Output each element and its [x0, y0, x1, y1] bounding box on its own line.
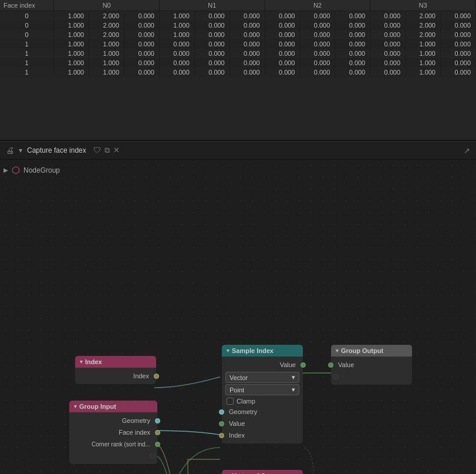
node-group-output-header[interactable]: ▾ Group Output: [331, 345, 412, 357]
face-index-label: Face index: [69, 429, 155, 436]
node-group-input-body: Geometry Face index Corner rank (sort in…: [69, 412, 157, 464]
go-value-input-socket[interactable]: [328, 362, 333, 368]
go-value-row: Value: [331, 359, 412, 371]
go-extra-row: [331, 371, 412, 382]
si-index-label: Index: [224, 432, 303, 439]
node-sample-index-body: Value Vector ▾ Point ▾ Clamp Geometry: [222, 357, 303, 443]
collapse-icon[interactable]: ▾: [80, 359, 83, 365]
corner-rank-label: Corner rank (sort ind...: [69, 441, 155, 448]
data-table: Face index N0 N1 N2 N3 01.0002.0000.0001…: [0, 0, 476, 141]
node-vertex-of-corner-header[interactable]: ▾ Vertex of Corner: [222, 470, 303, 474]
collapse-icon[interactable]: ▾: [336, 348, 339, 354]
si-value-input-socket[interactable]: [219, 421, 224, 426]
pin-icon[interactable]: ↗: [464, 146, 470, 155]
vector-dropdown[interactable]: Vector ▾: [225, 372, 299, 383]
col-n2: N2: [265, 0, 370, 11]
clamp-checkbox[interactable]: [227, 398, 234, 405]
clamp-label: Clamp: [237, 398, 255, 405]
node-index-body: Index: [75, 368, 156, 384]
si-index-row: Index: [222, 429, 303, 441]
vector-dropdown-label: Vector: [229, 374, 248, 381]
si-index-input-socket[interactable]: [219, 433, 224, 438]
nodegroup-label: ▶ ⬡ NodeGroup: [4, 164, 60, 176]
go-value-label: Value: [333, 361, 412, 368]
print-icon: 🖨: [6, 146, 14, 155]
table-row: 11.0001.0000.0000.0000.0000.0000.0000.00…: [0, 58, 476, 68]
node-vertex-of-corner: ▾ Vertex of Corner Vertex Index Corner I…: [222, 470, 303, 474]
si-value-output-socket[interactable]: [301, 362, 306, 368]
table-row: 11.0001.0000.0000.0000.0000.0000.0000.00…: [0, 49, 476, 58]
node-group-output: ▾ Group Output Value: [331, 345, 412, 385]
face-index-output-row: Face index: [69, 426, 157, 438]
node-group-input-title: Group Input: [79, 403, 116, 410]
collapse-icon[interactable]: ▾: [74, 404, 77, 409]
node-editor: ▶ ⬡ NodeGroup ▾ Index Index ▾ Group Inpu…: [0, 160, 476, 474]
clamp-row: Clamp: [222, 396, 303, 406]
col-n0: N0: [54, 0, 160, 11]
expand-arrow[interactable]: ▶: [4, 167, 8, 173]
col-n1: N1: [159, 0, 265, 11]
vector-dropdown-arrow: ▾: [292, 374, 295, 381]
nodegroup-title: NodeGroup: [23, 166, 60, 174]
table-row: 11.0001.0000.0000.0000.0000.0000.0000.00…: [0, 39, 476, 49]
go-extra-socket: [333, 374, 339, 379]
corner-rank-output-socket[interactable]: [155, 442, 160, 447]
col-face-index: Face index: [0, 0, 54, 11]
shield-icon[interactable]: 🛡: [93, 146, 101, 155]
point-dropdown-arrow: ▾: [292, 386, 295, 394]
si-value-input-label: Value: [224, 420, 303, 427]
table-row: 01.0002.0000.0001.0000.0000.0000.0000.00…: [0, 11, 476, 21]
point-dropdown[interactable]: Point ▾: [225, 384, 299, 395]
index-output-socket[interactable]: [154, 374, 159, 379]
node-sample-index-title: Sample Index: [232, 347, 274, 354]
node-index-title: Index: [85, 358, 102, 365]
index-output-label: Index: [75, 372, 154, 379]
si-geometry-label: Geometry: [224, 408, 303, 415]
table-row: 11.0001.0000.0000.0000.0000.0000.0000.00…: [0, 68, 476, 77]
col-n3: N3: [370, 0, 476, 11]
collapse-icon[interactable]: ▾: [227, 348, 229, 354]
si-geometry-input-socket[interactable]: [219, 409, 224, 415]
node-index-output-row: Index: [75, 370, 156, 382]
node-index: ▾ Index Index: [75, 356, 156, 384]
node-group-output-body: Value: [331, 357, 412, 385]
table-row: 01.0002.0000.0001.0000.0000.0000.0000.00…: [0, 30, 476, 39]
value-output-row: Value: [222, 359, 303, 371]
corner-rank-output-row: Corner rank (sort ind...: [69, 438, 157, 450]
si-value-label: Value: [222, 361, 301, 368]
geometry-output-row: Geometry: [69, 415, 157, 426]
header-title: Capture face index: [27, 146, 86, 154]
header-bar: 🖨 ▾ Capture face index 🛡 ⧉ ✕ ↗: [0, 141, 476, 160]
extra-output-row: [69, 450, 157, 462]
close-icon[interactable]: ✕: [113, 146, 120, 155]
node-sample-index-header[interactable]: ▾ Sample Index: [222, 345, 303, 357]
node-sample-index: ▾ Sample Index Value Vector ▾ Point ▾ Cl…: [222, 345, 303, 443]
node-group-output-title: Group Output: [341, 347, 383, 354]
face-index-output-socket[interactable]: [155, 430, 160, 435]
node-group-input: ▾ Group Input Geometry Face index Corner…: [69, 401, 157, 464]
geometry-output-socket[interactable]: [155, 418, 160, 423]
node-group-input-header[interactable]: ▾ Group Input: [69, 401, 157, 412]
si-value-input-row: Value: [222, 418, 303, 429]
nodegroup-icon: ⬡: [12, 164, 20, 176]
extra-output-socket: [150, 453, 155, 458]
geometry-label: Geometry: [69, 417, 155, 424]
header-icons: 🛡 ⧉ ✕: [93, 146, 120, 155]
point-dropdown-label: Point: [229, 386, 244, 394]
si-geometry-input-row: Geometry: [222, 406, 303, 418]
table-row: 01.0002.0000.0001.0000.0000.0000.0000.00…: [0, 21, 476, 30]
node-index-header[interactable]: ▾ Index: [75, 356, 156, 368]
copy-icon[interactable]: ⧉: [104, 146, 110, 155]
dropdown-arrow[interactable]: ▾: [19, 146, 22, 154]
